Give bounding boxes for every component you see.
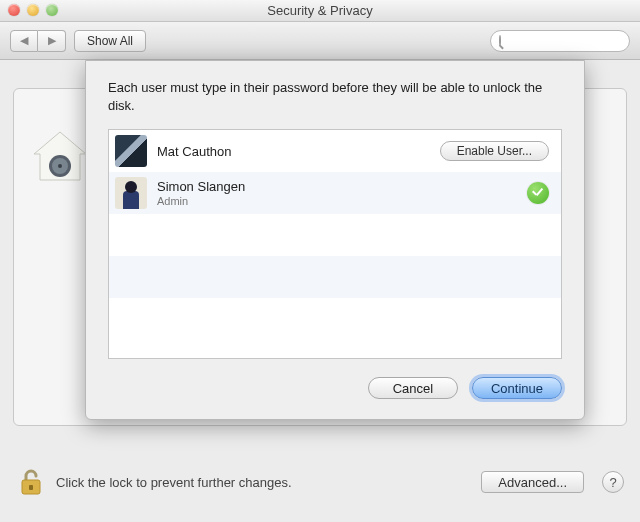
- enabled-checkmark-icon: [527, 182, 549, 204]
- window-controls: [8, 4, 58, 16]
- cancel-button[interactable]: Cancel: [368, 377, 458, 399]
- user-row-empty: [109, 298, 561, 340]
- svg-rect-5: [29, 485, 33, 490]
- filevault-house-icon: [30, 130, 90, 184]
- search-icon: [499, 35, 501, 46]
- user-row-empty: [109, 256, 561, 298]
- help-button[interactable]: ?: [602, 471, 624, 493]
- user-name: Simon Slangen: [157, 179, 527, 195]
- user-name: Mat Cauthon: [157, 144, 440, 160]
- show-all-button[interactable]: Show All: [74, 30, 146, 52]
- search-input[interactable]: [506, 34, 640, 48]
- user-role: Admin: [157, 195, 527, 208]
- window-titlebar: Security & Privacy: [0, 0, 640, 22]
- window-title: Security & Privacy: [267, 3, 372, 18]
- zoom-window-button[interactable]: [46, 4, 58, 16]
- avatar: [115, 135, 147, 167]
- lock-icon[interactable]: [16, 467, 46, 497]
- search-field[interactable]: [490, 30, 630, 52]
- nav-buttons: ◀ ▶: [10, 30, 66, 52]
- sheet-message: Each user must type in their password be…: [108, 79, 562, 115]
- footer: Click the lock to prevent further change…: [0, 452, 640, 522]
- enable-users-sheet: Each user must type in their password be…: [85, 60, 585, 420]
- enable-user-button[interactable]: Enable User...: [440, 141, 549, 161]
- user-row-empty: [109, 214, 561, 256]
- back-button[interactable]: ◀: [10, 30, 38, 52]
- lock-text: Click the lock to prevent further change…: [56, 475, 471, 490]
- avatar: [115, 177, 147, 209]
- sheet-actions: Cancel Continue: [108, 377, 562, 399]
- user-row: Simon Slangen Admin: [109, 172, 561, 214]
- close-window-button[interactable]: [8, 4, 20, 16]
- user-info: Simon Slangen Admin: [157, 179, 527, 208]
- advanced-button[interactable]: Advanced...: [481, 471, 584, 493]
- user-list: Mat Cauthon Enable User... Simon Slangen…: [108, 129, 562, 359]
- user-info: Mat Cauthon: [157, 144, 440, 160]
- svg-point-3: [58, 164, 62, 168]
- minimize-window-button[interactable]: [27, 4, 39, 16]
- toolbar: ◀ ▶ Show All: [0, 22, 640, 60]
- user-row: Mat Cauthon Enable User...: [109, 130, 561, 172]
- forward-button[interactable]: ▶: [38, 30, 66, 52]
- continue-button[interactable]: Continue: [472, 377, 562, 399]
